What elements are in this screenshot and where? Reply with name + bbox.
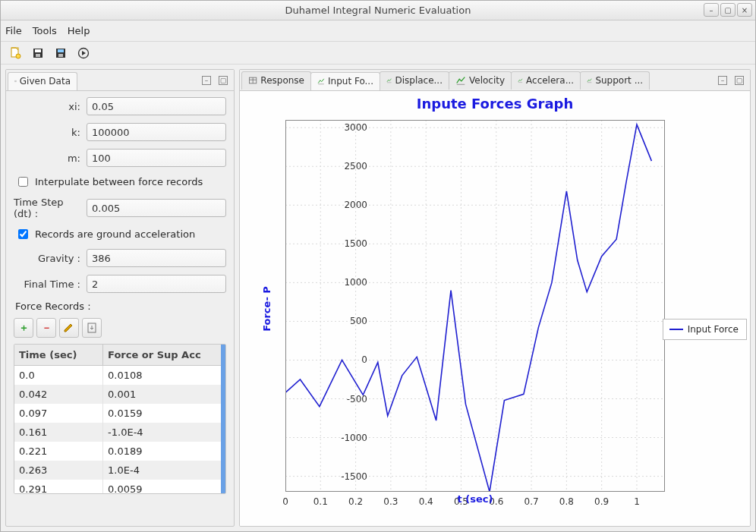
- tab-given-data[interactable]: Given Data: [8, 72, 77, 90]
- col-time[interactable]: Time (sec): [14, 345, 103, 366]
- chart-panel-minimize-icon[interactable]: –: [718, 76, 727, 85]
- table-row[interactable]: 0.0420.001: [14, 385, 225, 404]
- table-row[interactable]: 0.0970.0159: [14, 404, 225, 423]
- chart-ylabel: Force- P: [261, 286, 272, 332]
- chart-panel-maximize-icon[interactable]: ▢: [735, 76, 744, 85]
- edit-record-button[interactable]: [59, 318, 79, 338]
- chart-title: Inpute Forces Graph: [240, 96, 750, 112]
- ytick: -1500: [334, 471, 367, 482]
- svg-marker-9: [82, 51, 86, 55]
- open-icon[interactable]: [52, 45, 69, 61]
- svg-point-1: [16, 54, 20, 58]
- pencil-icon: [63, 322, 75, 334]
- titlebar: Duhamel Integral Numeric Evaluation – ▢ …: [1, 1, 755, 20]
- ytick: 2500: [334, 161, 367, 172]
- ytick: 500: [334, 316, 367, 326]
- panel-minimize-icon[interactable]: –: [202, 76, 211, 85]
- svg-rect-10: [14, 80, 16, 81]
- legend-swatch: [669, 329, 683, 330]
- menubar: File Tools Help: [1, 20, 755, 42]
- app-window: Duhamel Integral Numeric Evaluation – ▢ …: [0, 0, 756, 532]
- chart-icon: [587, 75, 592, 86]
- ytick: 1000: [334, 277, 367, 288]
- label-final-time: Final Time :: [14, 279, 87, 290]
- main-area: Given Data – ▢ xi: k: m:: [1, 65, 755, 531]
- ytick: 1500: [334, 238, 367, 249]
- toolbar: [1, 42, 755, 65]
- input-m[interactable]: [87, 149, 226, 167]
- label-k: k:: [14, 127, 87, 138]
- close-button[interactable]: ×: [737, 3, 752, 17]
- input-k[interactable]: [87, 123, 226, 141]
- input-dt[interactable]: [87, 199, 226, 217]
- table-icon: [248, 75, 257, 86]
- label-m: m:: [14, 153, 87, 164]
- table-row[interactable]: 0.161-1.0E-4: [14, 423, 225, 442]
- ytick: -1000: [334, 433, 367, 443]
- panel-maximize-icon[interactable]: ▢: [219, 76, 228, 85]
- force-records-table[interactable]: Time (sec) Force or Sup Acc 0.00.01080.0…: [14, 345, 225, 493]
- input-gravity[interactable]: [87, 249, 226, 267]
- add-record-button[interactable]: ＋: [14, 318, 33, 338]
- tab-displace-[interactable]: Displace...: [380, 71, 449, 90]
- input-final-time[interactable]: [87, 275, 226, 293]
- label-interpolate: Interpulate between force records: [35, 176, 203, 187]
- menu-help[interactable]: Help: [68, 25, 90, 36]
- chart-panel: ResponseInput Fo...Displace...VelocityAc…: [239, 69, 751, 527]
- chart-icon: [518, 75, 523, 86]
- table-row[interactable]: 0.2631.0E-4: [14, 461, 225, 480]
- tab-response[interactable]: Response: [241, 71, 311, 90]
- legend-label: Input Force: [688, 324, 739, 335]
- chart-icon: [455, 75, 466, 86]
- save-icon[interactable]: [30, 45, 46, 61]
- ytick: -500: [334, 394, 367, 405]
- checkbox-ground-acc[interactable]: [18, 229, 28, 239]
- col-force[interactable]: Force or Sup Acc: [103, 345, 225, 366]
- minimize-button[interactable]: –: [704, 3, 719, 17]
- import-icon: [86, 322, 98, 334]
- table-row[interactable]: 0.2210.0189: [14, 442, 225, 461]
- label-force-records: Force Records :: [15, 301, 226, 312]
- maximize-button[interactable]: ▢: [720, 3, 736, 17]
- label-dt: Time Step (dt) :: [14, 197, 87, 219]
- run-icon[interactable]: [75, 45, 92, 61]
- chart-icon: [386, 75, 392, 86]
- remove-record-button[interactable]: －: [36, 318, 56, 338]
- chart-legend: Input Force: [663, 319, 747, 340]
- new-file-icon[interactable]: [7, 45, 24, 61]
- label-gravity: Gravity :: [14, 253, 87, 264]
- tab-input-fo-[interactable]: Input Fo...: [310, 72, 380, 90]
- svg-rect-3: [35, 49, 41, 52]
- table-row[interactable]: 0.00.0108: [14, 366, 225, 386]
- menu-tools[interactable]: Tools: [33, 25, 57, 36]
- svg-rect-4: [36, 54, 40, 57]
- import-record-button[interactable]: [82, 318, 102, 338]
- table-row[interactable]: 0.2910.0059: [14, 480, 225, 493]
- tab-given-data-label: Given Data: [20, 76, 71, 87]
- tab-accelera-[interactable]: Accelera...: [511, 71, 581, 90]
- checkbox-interpolate[interactable]: [18, 177, 28, 187]
- ytick: 3000: [334, 122, 367, 133]
- keyboard-icon: [14, 76, 17, 87]
- ytick: 2000: [334, 200, 367, 210]
- input-xi[interactable]: [87, 97, 226, 115]
- tab-velocity[interactable]: Velocity: [449, 71, 512, 90]
- given-data-panel: Given Data – ▢ xi: k: m:: [5, 69, 235, 527]
- svg-rect-6: [58, 49, 64, 52]
- menu-file[interactable]: File: [5, 25, 22, 36]
- chart-icon: [317, 76, 325, 87]
- chart-xlabel: t (sec): [285, 493, 665, 505]
- window-title: Duhamel Integral Numeric Evaluation: [285, 5, 471, 16]
- label-xi: xi:: [14, 101, 87, 112]
- table-scrollbar[interactable]: [221, 345, 225, 493]
- svg-rect-7: [58, 54, 63, 57]
- tab-support-[interactable]: Support ...: [580, 71, 650, 90]
- chart-area: Inpute Forces Graph Force- P -1500-1000-…: [240, 91, 750, 526]
- ytick: 0: [334, 354, 367, 365]
- label-ground-acc: Records are ground acceleration: [35, 228, 195, 240]
